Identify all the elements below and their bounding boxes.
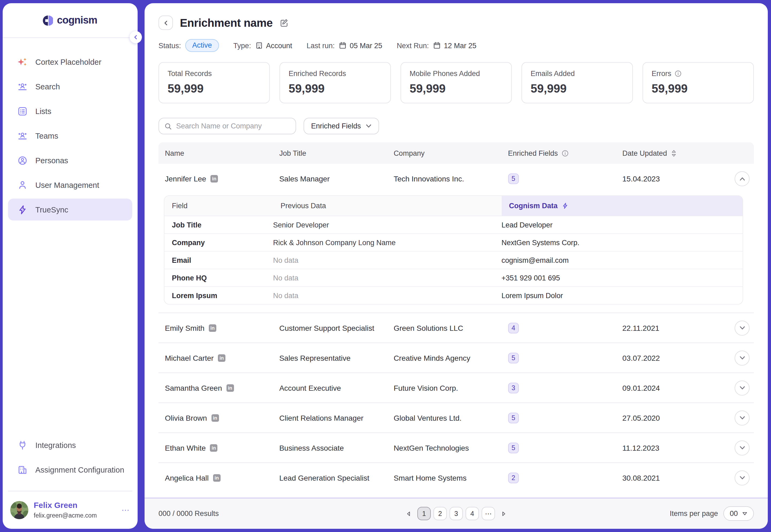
detail-row: Email No data cognism@email.com [164, 251, 743, 269]
table-row[interactable]: Jennifer Lee in Sales Manager Tech Innov… [158, 164, 754, 194]
column-header-date-updated[interactable]: Date Updated [616, 149, 730, 157]
table-row[interactable]: Emily Smith in Customer Support Speciali… [158, 313, 754, 343]
collapse-row-button[interactable] [735, 171, 750, 186]
stat-card-errors: Errors 59,999 [643, 62, 754, 103]
cognism-logo-icon [43, 15, 53, 25]
record-company: Tech Innovations Inc. [387, 174, 502, 183]
expand-row-button[interactable] [735, 350, 750, 365]
page-button-4[interactable]: 4 [466, 507, 479, 520]
linkedin-icon[interactable]: in [210, 444, 218, 451]
sidebar-item-cortex[interactable]: Cortex Placeholder [8, 51, 132, 73]
sidebar-item-lists[interactable]: Lists [8, 100, 132, 122]
edit-icon[interactable] [279, 18, 288, 27]
sidebar-item-label: Cortex Placeholder [35, 58, 101, 66]
user-email: felix.green@acme.com [34, 512, 97, 519]
sidebar-item-label: Personas [35, 156, 68, 165]
detail-field: Phone HQ [164, 274, 273, 282]
stat-card-emails-added: Emails Added 59,999 [522, 62, 633, 103]
detail-field: Job Title [164, 221, 273, 229]
persona-circle-icon [17, 155, 28, 166]
detail-row: Lorem Ipsum No data Lorem Ipsum Dolor [164, 286, 743, 304]
sidebar-item-label: Teams [35, 131, 58, 140]
expand-row-button[interactable] [735, 410, 750, 425]
chevron-down-icon [739, 475, 745, 481]
sidebar-item-truesync[interactable]: TrueSync [8, 199, 132, 221]
status-badge[interactable]: Active [185, 39, 219, 52]
info-icon[interactable] [675, 70, 682, 77]
items-per-page-select[interactable]: 00 [723, 506, 754, 521]
stat-label: Enriched Records [288, 70, 382, 78]
detail-cognism: NextGen Systems Corp. [502, 238, 743, 246]
expand-row-button[interactable] [735, 440, 750, 455]
stat-value: 59,999 [652, 82, 745, 96]
linkedin-icon[interactable]: in [213, 474, 220, 481]
linkedin-icon[interactable]: in [211, 414, 219, 421]
table-row[interactable]: Ethan White in Business Associate NextGe… [158, 432, 754, 462]
detail-row: Job Title Senior Developer Lead Develope… [164, 216, 743, 233]
sidebar-item-label: Search [35, 82, 60, 91]
sidebar-item-assignment-configuration[interactable]: Assignment Configuration [8, 459, 132, 481]
next-run-value: 12 Mar 25 [444, 41, 477, 50]
enriched-fields-filter-button[interactable]: Enriched Fields [303, 118, 379, 134]
enriched-count-badge: 5 [508, 352, 519, 363]
record-name: Emily Smith [165, 324, 204, 332]
column-header-name: Name [158, 149, 273, 157]
expand-row-button[interactable] [735, 470, 750, 485]
caret-down-icon [742, 511, 747, 516]
stat-card-total-records: Total Records 59,999 [158, 62, 270, 103]
linkedin-icon[interactable]: in [226, 384, 234, 392]
stat-value: 59,999 [168, 82, 261, 96]
table-row[interactable]: Angelica Hall in Lead Generation Special… [158, 462, 754, 492]
expand-row-button[interactable] [735, 320, 750, 335]
user-icon [17, 180, 28, 190]
page-header: Enrichment name [158, 3, 754, 30]
user-menu-button[interactable]: ⋯ [121, 505, 130, 515]
sidebar-item-search[interactable]: Search [8, 75, 132, 97]
detail-cognism: Lead Developer [502, 221, 743, 229]
record-name: Angelica Hall [165, 473, 208, 482]
calendar-icon [433, 42, 441, 49]
table-row[interactable]: Michael Carter in Sales Representative C… [158, 343, 754, 373]
stats-row: Total Records 59,999 Enriched Records 59… [158, 62, 754, 103]
page-ellipsis-button[interactable]: ⋯ [482, 507, 495, 520]
avatar [10, 501, 28, 519]
user-profile[interactable]: Felix Green felix.green@acme.com ⋯ [3, 491, 138, 529]
linkedin-icon[interactable]: in [209, 324, 216, 332]
sidebar-item-teams[interactable]: Teams [8, 125, 132, 147]
sidebar-item-user-management[interactable]: User Management [8, 174, 132, 196]
last-run-label: Last run: [306, 41, 334, 50]
sidebar-collapse-button[interactable] [130, 31, 142, 43]
next-page-button[interactable] [498, 508, 510, 519]
record-job-title: Sales Representative [273, 354, 387, 362]
sidebar-item-integrations[interactable]: Integrations [8, 434, 132, 456]
bolt-icon [562, 202, 569, 209]
table-row[interactable]: Samantha Green in Account Executive Futu… [158, 373, 754, 402]
sidebar: cognism Cortex Placeholder [3, 3, 138, 529]
sidebar-item-label: User Management [35, 181, 99, 189]
chevron-down-icon [739, 415, 745, 421]
linkedin-icon[interactable]: in [210, 175, 218, 183]
stat-label: Errors [652, 70, 671, 78]
back-button[interactable] [158, 16, 173, 30]
stat-label: Mobile Phones Added [410, 70, 503, 78]
chevron-down-icon [739, 445, 745, 451]
detail-field: Company [164, 238, 273, 246]
record-date: 03.07.2022 [616, 354, 730, 362]
page-button-3[interactable]: 3 [450, 507, 463, 520]
info-icon[interactable] [562, 150, 569, 157]
linkedin-icon[interactable]: in [218, 354, 225, 362]
sidebar-item-personas[interactable]: Personas [8, 149, 132, 171]
enriched-count-badge: 5 [508, 442, 519, 453]
detail-column-previous-data: Previous Data [273, 196, 502, 216]
sidebar-item-label: Assignment Configuration [35, 465, 124, 474]
expand-row-button[interactable] [735, 380, 750, 395]
column-header-job-title: Job Title [273, 149, 387, 157]
table-row[interactable]: Olivia Brown in Client Relations Manager… [158, 402, 754, 432]
record-company: Creative Minds Agency [387, 354, 502, 362]
people-group-icon [17, 81, 28, 92]
page-button-1[interactable]: 1 [418, 507, 431, 520]
user-name: Felix Green [34, 500, 97, 510]
previous-page-button[interactable] [403, 508, 415, 519]
search-input[interactable] [176, 122, 290, 130]
page-button-2[interactable]: 2 [434, 507, 447, 520]
